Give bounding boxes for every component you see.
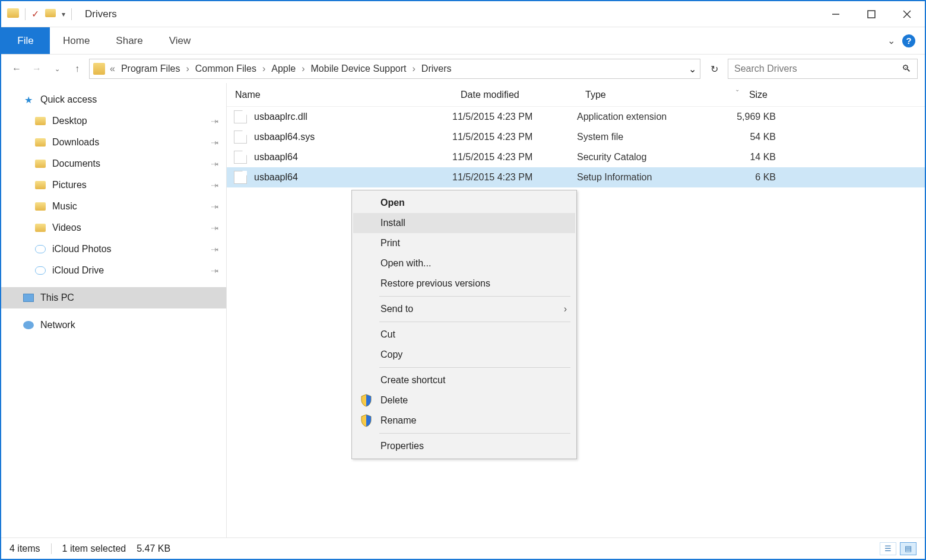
file-row[interactable]: usbaapl64.sys11/5/2015 4:23 PMSystem fil…: [227, 127, 925, 147]
context-label: Open with...: [380, 258, 431, 269]
column-headers: Name Date modified Type ⌄Size: [227, 83, 925, 107]
file-size: 14 KB: [699, 152, 776, 163]
share-tab[interactable]: Share: [103, 27, 156, 54]
chevron-right-icon[interactable]: ›: [300, 63, 306, 74]
context-menu: OpenInstallPrintOpen with...Restore prev…: [351, 190, 577, 459]
address-dropdown-icon[interactable]: ⌄: [689, 63, 696, 75]
search-icon[interactable]: 🔍︎: [902, 63, 911, 74]
breadcrumb-item[interactable]: Common Files: [192, 63, 260, 74]
title-bar: ✓ ▾ Drivers: [1, 1, 925, 27]
context-copy[interactable]: Copy: [353, 345, 575, 365]
file-name: usbaaplrc.dll: [254, 112, 307, 122]
network[interactable]: Network: [1, 314, 226, 336]
this-pc[interactable]: This PC: [1, 287, 226, 308]
file-icon: [234, 151, 247, 164]
folder-icon: [93, 63, 105, 75]
file-name: usbaapl64: [254, 152, 298, 163]
folder-icon: [34, 222, 46, 234]
file-tab[interactable]: File: [1, 27, 50, 54]
context-rename[interactable]: Rename: [353, 411, 575, 431]
folder-icon: [34, 115, 46, 127]
close-button[interactable]: [889, 1, 925, 27]
shield-icon: [360, 394, 372, 407]
sidebar-item-pictures[interactable]: Pictures📌︎: [1, 174, 226, 196]
context-cut[interactable]: Cut: [353, 324, 575, 345]
folder-icon: [7, 8, 19, 20]
view-tab[interactable]: View: [156, 27, 204, 54]
sidebar-label: Network: [40, 320, 75, 330]
sidebar-item-label: Desktop: [52, 116, 87, 126]
minimize-button[interactable]: [818, 1, 854, 27]
cloud-icon: [34, 265, 46, 276]
help-icon[interactable]: ?: [902, 34, 915, 47]
sidebar-label: This PC: [40, 292, 74, 303]
column-type[interactable]: Type: [577, 90, 699, 100]
sidebar-item-videos[interactable]: Videos📌︎: [1, 217, 226, 238]
pin-icon: 📌︎: [208, 114, 221, 127]
sidebar-item-icloud-drive[interactable]: iCloud Drive📌︎: [1, 260, 226, 281]
file-row[interactable]: usbaaplrc.dll11/5/2015 4:23 PMApplicatio…: [227, 107, 925, 127]
qat-properties-icon[interactable]: ✓: [31, 8, 39, 20]
crumb-prefix[interactable]: «: [109, 63, 116, 74]
ribbon-expand-icon[interactable]: ⌄: [887, 35, 895, 46]
context-delete[interactable]: Delete: [353, 390, 575, 411]
sidebar-item-desktop[interactable]: Desktop📌︎: [1, 110, 226, 132]
file-type: Setup Information: [577, 172, 699, 183]
file-row[interactable]: usbaapl6411/5/2015 4:23 PMSecurity Catal…: [227, 147, 925, 167]
star-icon: ★: [23, 94, 34, 106]
home-tab[interactable]: Home: [50, 27, 103, 54]
chevron-right-icon[interactable]: ›: [411, 63, 417, 74]
file-type: System file: [577, 132, 699, 142]
up-button[interactable]: ↑: [69, 61, 85, 77]
context-install[interactable]: Install: [353, 213, 575, 233]
column-size[interactable]: ⌄Size: [699, 90, 776, 100]
context-label: Restore previous versions: [380, 278, 490, 289]
context-open-with-[interactable]: Open with...: [353, 253, 575, 273]
file-name: usbaapl64.sys: [254, 132, 315, 142]
context-send-to[interactable]: Send to›: [353, 299, 575, 319]
sidebar-item-label: iCloud Drive: [52, 265, 104, 276]
sidebar-item-music[interactable]: Music📌︎: [1, 196, 226, 217]
breadcrumb-item[interactable]: Mobile Device Support: [307, 63, 410, 74]
details-view-button[interactable]: ☰: [880, 542, 896, 555]
history-dropdown-icon[interactable]: ⌄: [49, 61, 65, 77]
pin-icon: 📌︎: [208, 264, 221, 276]
refresh-button[interactable]: ↻: [704, 59, 724, 79]
breadcrumb-item[interactable]: Apple: [268, 63, 299, 74]
context-separator: [379, 367, 570, 368]
file-row[interactable]: usbaapl6411/5/2015 4:23 PMSetup Informat…: [227, 167, 925, 187]
forward-button[interactable]: →: [28, 61, 45, 77]
file-date: 11/5/2015 4:23 PM: [452, 112, 577, 122]
address-bar[interactable]: « Program Files › Common Files › Apple ›…: [89, 59, 700, 79]
sidebar-item-icloud-photos[interactable]: iCloud Photos📌︎: [1, 238, 226, 260]
folder-icon: [34, 179, 46, 191]
column-date[interactable]: Date modified: [452, 90, 577, 100]
qat-newfolder-icon[interactable]: [45, 9, 56, 20]
svg-rect-1: [868, 11, 875, 18]
file-type: Security Catalog: [577, 152, 699, 163]
context-print[interactable]: Print: [353, 233, 575, 253]
search-input[interactable]: [734, 63, 902, 74]
chevron-right-icon[interactable]: ›: [261, 63, 267, 74]
quick-access[interactable]: ★ Quick access: [1, 89, 226, 110]
context-restore-previous-versions[interactable]: Restore previous versions: [353, 273, 575, 294]
thumbnails-view-button[interactable]: ▤: [900, 542, 917, 555]
search-box[interactable]: 🔍︎: [728, 59, 918, 79]
file-size: 6 KB: [699, 172, 776, 183]
maximize-button[interactable]: [854, 1, 889, 27]
context-separator: [379, 433, 570, 434]
column-name[interactable]: Name: [227, 90, 452, 100]
sidebar-item-label: Music: [52, 201, 77, 212]
context-open[interactable]: Open: [353, 193, 575, 213]
context-properties[interactable]: Properties: [353, 436, 575, 456]
sidebar-item-documents[interactable]: Documents📌︎: [1, 153, 226, 174]
breadcrumb-item[interactable]: Drivers: [418, 63, 455, 74]
qat-dropdown-icon[interactable]: ▾: [62, 10, 65, 18]
sidebar-item-downloads[interactable]: Downloads📌︎: [1, 132, 226, 153]
sidebar-item-label: iCloud Photos: [52, 244, 112, 254]
file-date: 11/5/2015 4:23 PM: [452, 132, 577, 142]
chevron-right-icon[interactable]: ›: [185, 63, 190, 74]
context-create-shortcut[interactable]: Create shortcut: [353, 370, 575, 390]
breadcrumb-item[interactable]: Program Files: [118, 63, 184, 74]
back-button[interactable]: ←: [8, 61, 25, 77]
